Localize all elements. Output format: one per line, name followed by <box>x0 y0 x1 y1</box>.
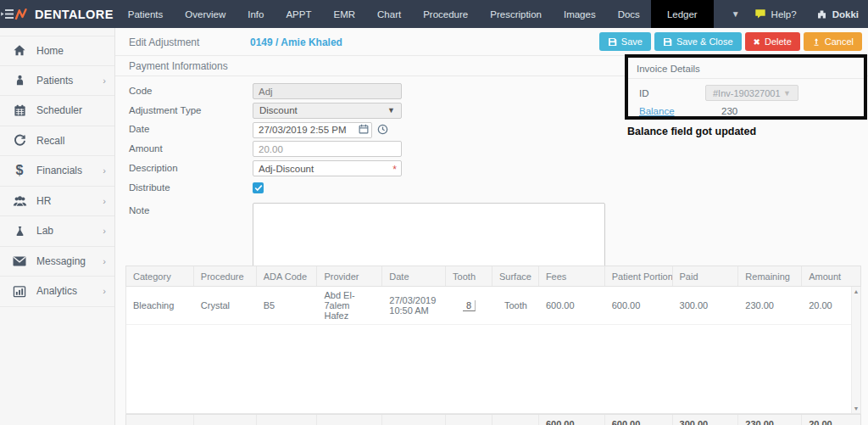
col-fees[interactable]: Fees <box>539 266 605 286</box>
save-close-button[interactable]: Save & Close <box>654 32 742 51</box>
grid-totals-row: 600.00 600.00 300.00 230.00 20.00 <box>125 414 861 425</box>
tooth-input[interactable]: 8 <box>463 300 476 311</box>
nav-item-patients[interactable]: Patients <box>117 0 175 28</box>
amount-label: Amount <box>129 141 253 154</box>
grid-scrollbar[interactable]: ▲ ▼ <box>851 287 860 413</box>
sidebar-collapse-icon[interactable] <box>0 8 14 20</box>
sidebar-item-scheduler[interactable]: Scheduler <box>0 96 114 126</box>
chevron-right-icon: › <box>103 196 106 206</box>
chevron-down-icon: ▼ <box>387 106 395 115</box>
save-button[interactable]: Save <box>599 32 651 51</box>
col-paid[interactable]: Paid <box>673 266 739 286</box>
check-icon <box>254 184 263 192</box>
sidebar-item-patients[interactable]: Patients › <box>0 66 114 97</box>
col-provider[interactable]: Provider <box>317 266 382 286</box>
calendar-picker-icon[interactable] <box>359 124 369 134</box>
top-menu: Patients Overview Info APPT EMR Chart Pr… <box>117 0 754 28</box>
cancel-button-label: Cancel <box>825 36 854 47</box>
grid-header: Category Procedure ADA Code Provider Dat… <box>125 266 861 287</box>
annotation-text: Balance field got updated <box>627 126 756 137</box>
page-header: Edit Adjustment 0149 / Amie Khaled Save … <box>115 28 868 56</box>
scroll-down-icon[interactable]: ▼ <box>854 405 860 411</box>
payment-form: Code Adjustment Type Discount ▼ Date <box>129 83 620 271</box>
col-date[interactable]: Date <box>382 266 446 286</box>
adjustment-type-value: Discount <box>259 105 298 115</box>
sidebar-item-home[interactable]: Home <box>0 36 114 66</box>
col-category[interactable]: Category <box>126 266 194 286</box>
main-content: Edit Adjustment 0149 / Amie Khaled Save … <box>115 28 868 425</box>
hamburger-icon <box>0 8 14 20</box>
scroll-up-icon[interactable]: ▲ <box>854 288 860 294</box>
clinic-menu[interactable]: Dokki <box>816 8 859 20</box>
envelope-icon <box>12 256 27 266</box>
total-remaining: 230.00 <box>738 415 802 425</box>
nav-item-emr[interactable]: EMR <box>322 0 366 28</box>
grid-body: Bleaching Crystal B5 Abd El-7alem Hafez … <box>125 287 861 414</box>
people-icon <box>12 195 27 207</box>
sidebar-item-lab[interactable]: Lab › <box>0 216 114 247</box>
section-title: Payment Informations <box>129 60 228 72</box>
total-fees: 600.00 <box>539 415 605 425</box>
col-ada-code[interactable]: ADA Code <box>257 266 318 286</box>
nav-item-images[interactable]: Images <box>553 0 607 28</box>
cell-surface: Tooth <box>492 297 539 314</box>
sidebar-item-financials[interactable]: $ Financials › <box>0 156 114 187</box>
dollar-icon: $ <box>12 163 27 178</box>
flask-icon <box>12 225 27 238</box>
distribute-checkbox[interactable] <box>253 182 264 193</box>
col-surface[interactable]: Surface <box>492 266 539 286</box>
cell-fees: 600.00 <box>539 297 605 314</box>
invoice-id-select[interactable]: #Inv-190327001 ▼ <box>705 85 798 101</box>
nav-more-caret-icon[interactable]: ▼ <box>717 0 754 28</box>
delete-button[interactable]: ✖ Delete <box>745 32 800 51</box>
help-menu[interactable]: Help? <box>754 8 797 20</box>
col-procedure[interactable]: Procedure <box>194 266 257 286</box>
nav-item-info[interactable]: Info <box>236 0 275 28</box>
distribute-label: Distribute <box>129 180 253 193</box>
nav-item-overview[interactable]: Overview <box>174 0 236 28</box>
code-field[interactable] <box>253 83 402 99</box>
chevron-right-icon: › <box>103 165 106 176</box>
cell-remaining: 230.00 <box>738 297 802 314</box>
nav-item-ledger[interactable]: Ledger <box>651 0 714 28</box>
clock-picker-icon[interactable] <box>377 124 388 135</box>
floppy-icon <box>608 37 617 47</box>
adjustment-type-select[interactable]: Discount ▼ <box>253 103 402 119</box>
sidebar-item-label: Scheduler <box>36 104 82 116</box>
chevron-down-icon: ▼ <box>783 89 791 98</box>
col-tooth[interactable]: Tooth <box>446 266 492 286</box>
col-amount[interactable]: Amount <box>802 266 860 286</box>
procedures-grid: Category Procedure ADA Code Provider Dat… <box>125 266 861 425</box>
amount-field[interactable] <box>253 141 402 157</box>
sidebar-item-recall[interactable]: Recall <box>0 126 114 157</box>
brand-logo[interactable]: DENTALORE <box>14 8 114 21</box>
cancel-button[interactable]: Cancel <box>804 32 862 51</box>
balance-link[interactable]: Balance <box>639 106 705 116</box>
top-navbar: DENTALORE Patients Overview Info APPT EM… <box>0 0 868 28</box>
patient-link[interactable]: 0149 / Amie Khaled <box>250 36 342 48</box>
total-paid: 300.00 <box>673 415 739 425</box>
chevron-right-icon: › <box>103 286 106 296</box>
sidebar-item-messaging[interactable]: Messaging › <box>0 247 114 277</box>
sidebar-item-hr[interactable]: HR › <box>0 187 114 217</box>
nav-item-chart[interactable]: Chart <box>366 0 412 28</box>
bar-chart-icon <box>12 285 27 298</box>
nav-item-docs[interactable]: Docs <box>607 0 651 28</box>
cell-procedure: Crystal <box>194 297 257 314</box>
date-field[interactable] <box>253 122 372 138</box>
nav-item-procedure[interactable]: Procedure <box>412 0 479 28</box>
table-row[interactable]: Bleaching Crystal B5 Abd El-7alem Hafez … <box>126 287 860 325</box>
x-icon: ✖ <box>754 37 760 47</box>
sidebar-item-analytics[interactable]: Analytics › <box>0 277 114 307</box>
nav-item-appt[interactable]: APPT <box>275 0 322 28</box>
total-patient-portion: 600.00 <box>605 415 673 425</box>
nav-item-prescription[interactable]: Prescription <box>479 0 553 28</box>
note-field[interactable] <box>253 203 605 267</box>
col-remaining[interactable]: Remaining <box>738 266 802 286</box>
cancel-arrow-icon <box>812 37 821 47</box>
description-field[interactable] <box>253 160 402 176</box>
sidebar-item-label: Home <box>36 45 64 57</box>
col-patient-portion[interactable]: Patient Portion <box>605 266 673 286</box>
cell-paid: 300.00 <box>673 297 739 314</box>
chat-bubble-icon <box>754 8 766 20</box>
